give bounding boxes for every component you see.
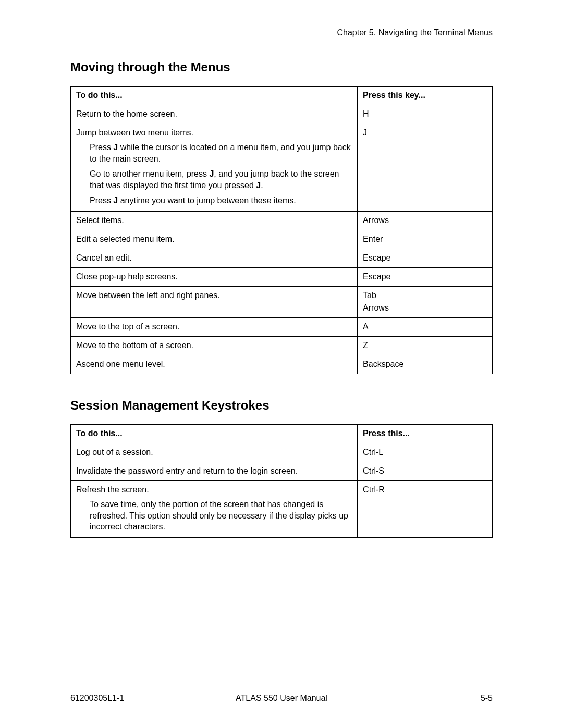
note-text: Press	[90, 143, 113, 152]
table-row: Select items. Arrows	[71, 211, 493, 230]
table-row: Log out of a session. Ctrl-L	[71, 443, 493, 462]
cell-key: Ctrl-R	[358, 480, 493, 537]
table-row: Refresh the screen. To save time, only t…	[71, 480, 493, 537]
section-title-session: Session Management Keystrokes	[70, 398, 493, 413]
col-header-key: Press this key...	[358, 87, 493, 105]
cell-action: Jump between two menu items. Press J whi…	[71, 124, 358, 212]
cell-key: Ctrl-S	[358, 462, 493, 480]
section-title-moving: Moving through the Menus	[70, 60, 493, 75]
table-row: Jump between two menu items. Press J whi…	[71, 124, 493, 212]
cell-key: Escape	[358, 267, 493, 286]
cell-key: A	[358, 317, 493, 336]
table-header-row: To do this... Press this...	[71, 424, 493, 443]
manual-page: Chapter 5. Navigating the Terminal Menus…	[0, 0, 563, 728]
cell-action: Close pop-up help screens.	[71, 267, 358, 286]
footer-page-number: 5-5	[481, 694, 493, 703]
key-bold: J	[113, 143, 118, 152]
key-bold: J	[256, 181, 261, 190]
cell-action: Ascend one menu level.	[71, 355, 358, 374]
action-text: Refresh the screen.	[76, 485, 352, 495]
session-keystrokes-table: To do this... Press this... Log out of a…	[70, 424, 493, 538]
note-text: anytime you want to jump between these i…	[118, 196, 296, 205]
table-row: Move to the top of a screen. A	[71, 317, 493, 336]
chapter-header: Chapter 5. Navigating the Terminal Menus	[70, 28, 493, 42]
footer-manual-title: ATLAS 550 User Manual	[70, 694, 493, 703]
cell-action: Move to the bottom of a screen.	[71, 336, 358, 355]
action-note: Press J while the cursor is located on a…	[90, 142, 352, 164]
cell-action: Move to the top of a screen.	[71, 317, 358, 336]
col-header-key: Press this...	[358, 424, 493, 443]
cell-key: Ctrl-L	[358, 443, 493, 462]
table-header-row: To do this... Press this key...	[71, 87, 493, 105]
cell-key: Enter	[358, 230, 493, 249]
footer-doc-number: 61200305L1-1	[70, 694, 124, 703]
note-text: Go to another menu item, press	[90, 169, 209, 178]
action-note: To save time, only the portion of the sc…	[90, 499, 352, 533]
note-text: while the cursor is located on a menu it…	[90, 143, 351, 163]
cell-action: Edit a selected menu item.	[71, 230, 358, 249]
col-header-action: To do this...	[71, 87, 358, 105]
table-row: Close pop-up help screens. Escape	[71, 267, 493, 286]
note-text: Press	[90, 196, 113, 205]
cell-action: Move between the left and right panes.	[71, 286, 358, 317]
table-row: Ascend one menu level. Backspace	[71, 355, 493, 374]
table-row: Edit a selected menu item. Enter	[71, 230, 493, 249]
table-row: Move to the bottom of a screen. Z	[71, 336, 493, 355]
cell-key: Tab Arrows	[358, 286, 493, 317]
table-row: Cancel an edit. Escape	[71, 249, 493, 267]
cell-action: Select items.	[71, 211, 358, 230]
cell-key: Z	[358, 336, 493, 355]
cell-action: Invalidate the password entry and return…	[71, 462, 358, 480]
cell-action: Cancel an edit.	[71, 249, 358, 267]
cell-key: H	[358, 105, 493, 124]
action-text: Jump between two menu items.	[76, 128, 352, 138]
table-row: Return to the home screen. H	[71, 105, 493, 124]
cell-key: Backspace	[358, 355, 493, 374]
action-note: Go to another menu item, press J, and yo…	[90, 168, 352, 191]
table-row: Invalidate the password entry and return…	[71, 462, 493, 480]
cell-action: Return to the home screen.	[71, 105, 358, 124]
key-text: Arrows	[363, 303, 487, 313]
action-note: Press J anytime you want to jump between…	[90, 195, 352, 206]
cell-key: Arrows	[358, 211, 493, 230]
key-bold: J	[113, 196, 118, 205]
note-text: .	[261, 181, 263, 190]
cell-key: J	[358, 124, 493, 212]
cell-action: Log out of a session.	[71, 443, 358, 462]
cell-action: Refresh the screen. To save time, only t…	[71, 480, 358, 537]
col-header-action: To do this...	[71, 424, 358, 443]
menu-navigation-table: To do this... Press this key... Return t…	[70, 86, 493, 374]
table-row: Move between the left and right panes. T…	[71, 286, 493, 317]
cell-key: Escape	[358, 249, 493, 267]
page-footer: 61200305L1-1 ATLAS 550 User Manual 5-5	[70, 688, 493, 703]
key-text: Tab	[363, 291, 487, 300]
